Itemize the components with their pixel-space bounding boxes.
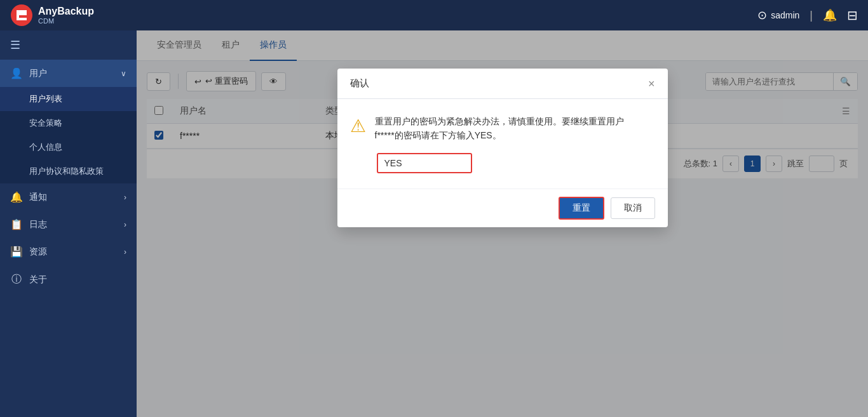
resources-icon: 💾 [10,246,23,258]
sidebar-subitem-user-list[interactable]: 用户列表 [0,87,137,111]
dialog-header: 确认 × [337,69,668,99]
confirm-dialog: 确认 × ⚠ 重置用户的密码为紧急解决办法，请慎重使用。要继续重置用户 f***… [337,69,668,227]
sidebar-users-label: 用户 [29,68,114,79]
reset-confirm-button[interactable]: 重置 [559,197,604,220]
header-user[interactable]: ⊙ sadmin [757,8,799,22]
logout-icon[interactable]: ⊟ [847,8,858,23]
username-label: sadmin [771,10,799,20]
sidebar-resources-label: 资源 [29,246,118,258]
sidebar-item-notify[interactable]: 🔔 通知 › [0,183,137,211]
dialog-close-button[interactable]: × [648,78,655,89]
user-icon: ⊙ [757,8,767,22]
sidebar-logs-label: 日志 [29,219,118,230]
chevron-down-icon: ∨ [121,69,126,78]
sidebar-subitem-personal-info[interactable]: 个人信息 [0,135,137,159]
sidebar: ☰ 👤 用户 ∨ 用户列表 安全策略 个人信息 用户协议和隐私政策 🔔 通知 ›… [0,30,137,417]
dialog-msg-line1: 重置用户的密码为紧急解决办法，请慎重使用。要继续重置用户 [375,116,624,126]
chevron-right-icon: › [124,193,126,202]
dialog-footer: 重置 取消 [337,189,668,227]
chevron-right-icon3: › [124,248,126,256]
dialog-title: 确认 [350,77,369,89]
svg-marker-2 [19,13,27,15]
menu-toggle[interactable]: ☰ [0,30,137,60]
app-header: AnyBackup CDM ⊙ sadmin | 🔔 ⊟ [0,0,868,30]
header-divider: | [810,9,813,22]
about-icon: ⓘ [10,273,23,286]
user-menu-icon: 👤 [10,67,23,79]
logo-icon [10,4,33,27]
bell-icon[interactable]: 🔔 [823,8,837,22]
chevron-right-icon2: › [124,220,126,229]
app-name: AnyBackup [38,6,94,17]
sidebar-item-about[interactable]: ⓘ 关于 [0,265,137,294]
dialog-msg-line2: f*****的密码请在下方输入YES。 [375,130,501,140]
sidebar-subitem-privacy-policy[interactable]: 用户协议和隐私政策 [0,159,137,183]
dialog-warning: ⚠ 重置用户的密码为紧急解决办法，请慎重使用。要继续重置用户 f*****的密码… [350,114,655,143]
cancel-button[interactable]: 取消 [611,197,655,219]
dialog-overlay: 确认 × ⚠ 重置用户的密码为紧急解决办法，请慎重使用。要继续重置用户 f***… [137,30,868,417]
confirm-input[interactable] [377,153,472,173]
header-right: ⊙ sadmin | 🔔 ⊟ [757,8,858,23]
app-sub: CDM [38,17,94,25]
users-submenu: 用户列表 安全策略 个人信息 用户协议和隐私政策 [0,87,137,183]
dialog-body: ⚠ 重置用户的密码为紧急解决办法，请慎重使用。要继续重置用户 f*****的密码… [337,99,668,189]
sidebar-subitem-security-policy[interactable]: 安全策略 [0,111,137,135]
logs-icon: 📋 [10,218,23,230]
warning-icon: ⚠ [350,116,366,136]
sidebar-item-resources[interactable]: 💾 资源 › [0,238,137,265]
sidebar-about-label: 关于 [29,274,126,286]
logo: AnyBackup CDM [10,4,94,27]
warning-text: 重置用户的密码为紧急解决办法，请慎重使用。要继续重置用户 f*****的密码请在… [375,114,624,143]
sidebar-notify-label: 通知 [29,192,118,203]
dialog-input-area [377,153,655,173]
sidebar-item-users[interactable]: 👤 用户 ∨ [0,60,137,87]
notify-icon: 🔔 [10,191,23,203]
sidebar-item-logs[interactable]: 📋 日志 › [0,211,137,238]
